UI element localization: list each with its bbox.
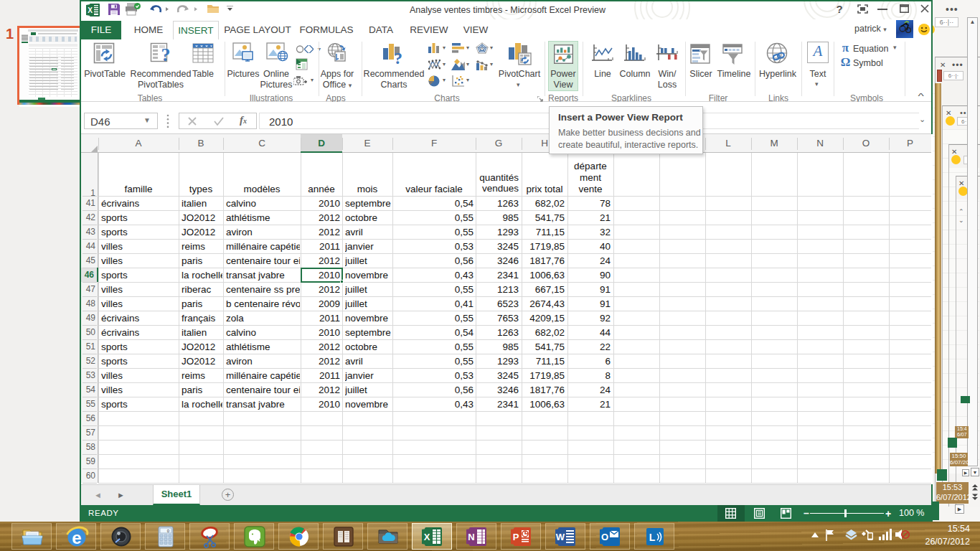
svg-text:e: e — [72, 528, 81, 547]
svg-text:?: ? — [161, 44, 171, 64]
svg-text:O: O — [601, 532, 608, 542]
svg-text:?: ? — [394, 49, 402, 65]
svg-text:N: N — [468, 532, 474, 542]
svg-text:X: X — [424, 532, 430, 542]
svg-text:P: P — [513, 532, 519, 542]
svg-text:X: X — [88, 6, 93, 14]
svg-text:L: L — [649, 532, 656, 543]
svg-text:W: W — [556, 532, 565, 542]
